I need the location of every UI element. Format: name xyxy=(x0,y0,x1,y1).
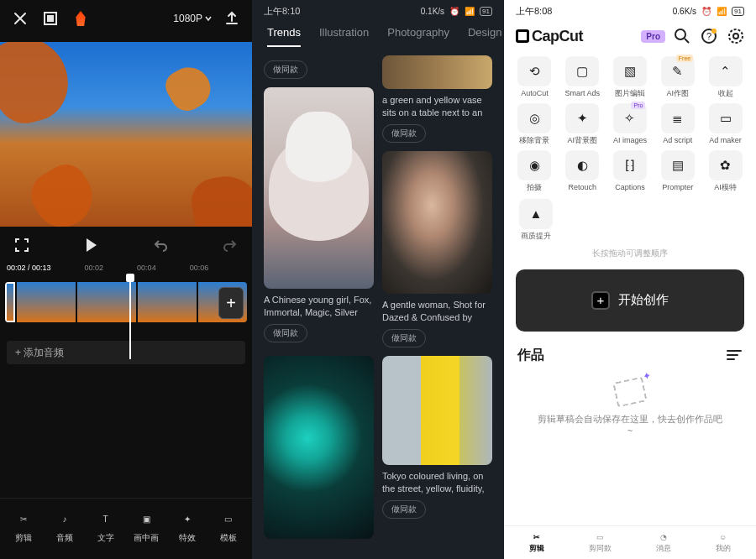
tool-grid: ⟲AutoCut▢Smart Ads▧图片编辑Free✎AI作图⌃收起◎移除背景… xyxy=(504,51,756,196)
timeline[interactable]: + xyxy=(5,275,247,334)
nav-messages[interactable]: ◔消息 xyxy=(656,533,671,554)
audio-icon: ♪ xyxy=(56,510,73,527)
tool-label: 移除背景 xyxy=(519,137,549,145)
status-time: 上午8:10 xyxy=(264,5,300,18)
video-track[interactable] xyxy=(5,282,247,322)
tool-label: AutoCut xyxy=(521,90,549,98)
clip[interactable] xyxy=(77,282,136,322)
home-panel: 上午8:08 0.6K/s ⏰ 📶 91 CapCut Pro ? ⟲AutoC… xyxy=(504,0,756,559)
tool-pip[interactable]: ▣画中画 xyxy=(129,510,163,544)
tool-cut[interactable]: ✂剪辑 xyxy=(7,510,40,544)
tool-badge: Pro xyxy=(631,102,645,109)
undo-icon[interactable] xyxy=(150,235,171,255)
status-bar: 上午8:10 0.1K/s ⏰ 📶 91 xyxy=(252,0,504,23)
tool-label: 音频 xyxy=(56,532,73,544)
tool-aidraw[interactable]: Free✎AI作图 xyxy=(655,56,700,98)
nav-me[interactable]: ☺我的 xyxy=(716,533,731,554)
battery-icon: 91 xyxy=(480,7,492,16)
tool-template[interactable]: ▭模板 xyxy=(212,510,245,544)
aibg-icon: ✦ xyxy=(565,103,599,133)
tab-illustration[interactable]: Illustration xyxy=(319,26,369,47)
svg-point-7 xyxy=(729,29,743,43)
redo-icon[interactable] xyxy=(220,235,240,255)
nav-label: 消息 xyxy=(656,543,671,554)
tool-removebg[interactable]: ◎移除背景 xyxy=(512,103,557,145)
empty-state: 剪辑草稿会自动保存在这里，快去创作作品吧~ xyxy=(504,368,756,525)
tool-captions[interactable]: ⁅⁆Captions xyxy=(608,150,653,192)
tool-enhance[interactable]: ▲ 画质提升 xyxy=(512,199,559,241)
tool-adscript[interactable]: ≣Ad script xyxy=(655,103,700,145)
tool-prompter[interactable]: ▤Prompter xyxy=(655,150,700,192)
sort-icon[interactable] xyxy=(726,349,743,361)
clip[interactable] xyxy=(138,282,197,322)
prompter-icon: ▤ xyxy=(661,150,695,180)
tool-aimodel[interactable]: ✿AI模特 xyxy=(703,150,748,192)
tool-collapse[interactable]: ⌃收起 xyxy=(703,56,748,98)
pip-icon: ▣ xyxy=(138,510,155,527)
brand-text: CapCut xyxy=(532,28,583,45)
signal-icon: 📶 xyxy=(465,7,475,16)
thumbnail-tokyo[interactable] xyxy=(382,356,492,465)
tool-label: 文字 xyxy=(97,532,114,544)
pro-badge[interactable]: Pro xyxy=(641,30,665,43)
tool-smartads[interactable]: ▢Smart Ads xyxy=(560,56,605,98)
playhead[interactable] xyxy=(129,275,131,359)
caption: A Chinese young girl, Fox, Immortal, Mag… xyxy=(264,294,374,319)
tool-label: 剪辑 xyxy=(15,532,32,544)
thumbnail-fox-girl[interactable] xyxy=(264,87,374,289)
tool-audio[interactable]: ♪音频 xyxy=(48,510,81,544)
thumbnail-jaguar[interactable] xyxy=(264,356,374,539)
thumbnail-woman[interactable] xyxy=(382,151,492,294)
tool-shoot[interactable]: ◉拍摄 xyxy=(512,150,557,192)
nav-label: 剪辑 xyxy=(529,543,544,554)
tool-fx[interactable]: ✦特效 xyxy=(171,510,204,544)
tool-label: 特效 xyxy=(179,532,196,544)
tab-design[interactable]: Design xyxy=(468,26,501,47)
same-style-button[interactable]: 做同款 xyxy=(264,324,307,342)
nav-same[interactable]: ▭剪同款 xyxy=(589,533,612,554)
same-style-button[interactable]: 做同款 xyxy=(382,124,426,143)
search-icon[interactable] xyxy=(672,26,692,46)
tool-label: Prompter xyxy=(662,184,693,192)
flame-icon[interactable] xyxy=(71,8,91,29)
add-audio-button[interactable]: + 添加音频 xyxy=(7,341,245,364)
play-button[interactable] xyxy=(81,235,102,255)
aspect-icon[interactable] xyxy=(40,8,60,29)
tab-photography[interactable]: Photography xyxy=(387,26,449,47)
same-style-button[interactable]: 做同款 xyxy=(382,500,426,519)
reorder-hint: 长按拖动可调整顺序 xyxy=(504,241,756,266)
tool-admaker[interactable]: ▭Ad maker xyxy=(703,103,748,145)
tool-label: Captions xyxy=(615,184,645,192)
tool-autocut[interactable]: ⟲AutoCut xyxy=(512,56,557,98)
tool-aibg[interactable]: ✦AI背景图 xyxy=(560,103,605,145)
nav-edit[interactable]: ✂剪辑 xyxy=(529,533,544,554)
same-style-button[interactable]: 做同款 xyxy=(264,60,307,79)
same-style-button[interactable]: 做同款 xyxy=(382,329,426,347)
thumbnail-vase[interactable] xyxy=(382,55,492,89)
resolution-selector[interactable]: 1080P xyxy=(173,13,212,24)
autocut-icon: ⟲ xyxy=(517,56,551,86)
close-icon[interactable] xyxy=(10,8,30,29)
tool-label: 画质提升 xyxy=(521,232,551,241)
category-tabs: Trends Illustration Photography Design xyxy=(252,23,504,47)
settings-icon[interactable] xyxy=(726,26,746,46)
add-clip-button[interactable]: + xyxy=(218,287,244,319)
tool-grid-extra: ▲ 画质提升 xyxy=(504,196,756,241)
bell-icon: ◔ xyxy=(660,533,667,541)
tool-aiimages[interactable]: Pro✧AI images xyxy=(608,103,653,145)
tool-label: 收起 xyxy=(718,90,733,98)
video-preview[interactable] xyxy=(0,42,252,227)
export-icon[interactable] xyxy=(222,8,242,29)
tool-text[interactable]: T文字 xyxy=(89,510,123,544)
help-icon[interactable]: ? xyxy=(699,26,719,46)
browse-panel: 上午8:10 0.1K/s ⏰ 📶 91 Trends Illustration… xyxy=(252,0,504,559)
clip[interactable] xyxy=(5,282,15,322)
alarm-icon: ⏰ xyxy=(701,7,711,16)
tool-label: 图片编辑 xyxy=(615,90,645,98)
create-button[interactable]: + 开始创作 xyxy=(516,269,744,332)
tool-retouch[interactable]: ◐Retouch xyxy=(560,150,605,192)
tool-imgedit[interactable]: ▧图片编辑 xyxy=(608,56,653,98)
tab-trends[interactable]: Trends xyxy=(267,26,301,47)
clip[interactable] xyxy=(17,282,76,322)
fullscreen-icon[interactable] xyxy=(12,235,32,255)
